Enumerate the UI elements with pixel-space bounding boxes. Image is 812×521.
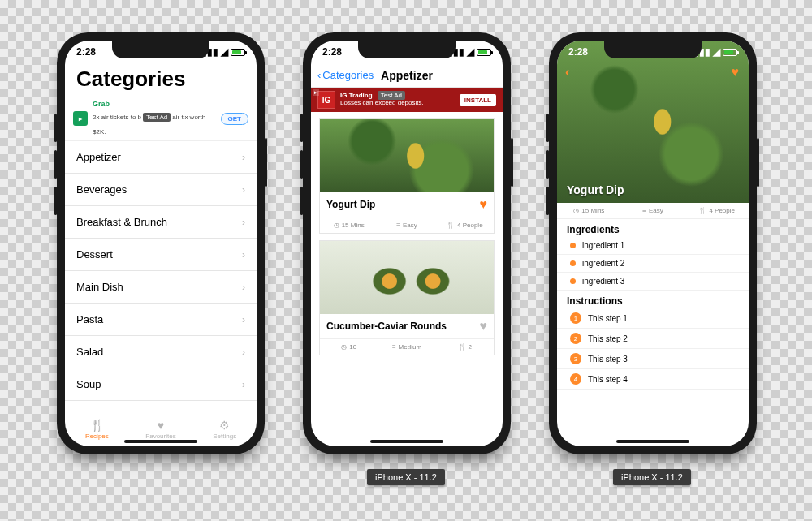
nav-bar: ‹Categories Appetizer <box>311 63 503 88</box>
list-item[interactable]: Soup› <box>65 368 257 401</box>
chevron-right-icon: › <box>242 184 245 196</box>
meta-difficulty: Easy <box>649 207 663 214</box>
list-item[interactable]: Dessert› <box>65 239 257 271</box>
recipes-icon: 🍴 <box>90 419 104 432</box>
ad-brand: Grab <box>93 100 216 108</box>
instruction-text: This step 2 <box>588 334 628 343</box>
clock-icon: ◷ <box>573 207 579 214</box>
screen: 2:28 ▮▮▮ ◢ Categories ▸ Grab 2x air tick… <box>65 41 257 446</box>
list-item[interactable]: Pasta› <box>65 304 257 336</box>
home-indicator[interactable] <box>124 440 197 443</box>
recipe-meta: ◷15 Mins ≡Easy 🍴4 People <box>320 217 494 233</box>
ad-provider-icon: ▸ <box>73 111 88 126</box>
people-icon: 🍴 <box>458 343 466 351</box>
instruction-row: 2This step 2 <box>557 329 749 349</box>
tab-label: Recipes <box>85 433 109 440</box>
heart-icon: ♥ <box>158 419 164 432</box>
list-item-label: Salad <box>76 346 103 358</box>
recipe-meta: ◷10 ≡Medium 🍴2 <box>320 338 494 355</box>
recipe-card[interactable]: Yogurt Dip ♥ ◷15 Mins ≡Easy 🍴4 People <box>319 118 495 234</box>
ingredient-row: ingredient 3 <box>557 273 749 291</box>
battery-icon <box>231 49 245 56</box>
home-indicator[interactable] <box>370 440 443 443</box>
difficulty-icon: ≡ <box>642 207 646 214</box>
chevron-right-icon: › <box>242 217 245 228</box>
instruction-row: 3This step 3 <box>557 349 749 369</box>
gear-icon: ⚙ <box>219 419 230 432</box>
ad-cta-button[interactable]: GET <box>221 113 248 125</box>
ad-banner[interactable]: ▸ Grab 2x air tickets to bTest Adair tix… <box>65 97 257 141</box>
meta-difficulty: Easy <box>403 222 417 229</box>
status-time: 2:28 <box>322 46 342 58</box>
back-button[interactable]: ‹ <box>565 65 569 80</box>
install-button[interactable]: INSTALL <box>460 94 496 106</box>
people-icon: 🍴 <box>698 207 706 214</box>
chevron-right-icon: › <box>242 347 245 358</box>
wifi-icon: ◢ <box>221 46 228 58</box>
nav-title: Appetizer <box>311 69 503 82</box>
recipe-list[interactable]: Yogurt Dip ♥ ◷15 Mins ≡Easy 🍴4 People Cu… <box>311 112 503 446</box>
recipe-card[interactable]: Cucumber-Caviar Rounds ♥ ◷10 ≡Medium 🍴2 <box>319 240 495 355</box>
step-number-icon: 2 <box>570 333 581 344</box>
instructions-header: Instructions <box>557 291 749 308</box>
list-item-label: Soup <box>76 378 101 390</box>
tab-label: Favourites <box>145 433 175 440</box>
ingredient-text: ingredient 3 <box>582 277 624 286</box>
phone-recipe-detail: 2:28 ▮▮▮ ◢ ‹ ♥ Yogurt Dip ◷15 Mins ≡Easy… <box>549 32 757 454</box>
difficulty-icon: ≡ <box>396 222 400 229</box>
bullet-icon <box>570 278 576 284</box>
status-time: 2:28 <box>76 46 96 58</box>
meta-serves: 4 People <box>709 207 735 214</box>
tab-recipes[interactable]: 🍴Recipes <box>65 411 129 446</box>
people-icon: 🍴 <box>447 222 455 229</box>
list-item-label: Breakfast & Brunch <box>76 216 167 228</box>
list-item[interactable]: Salad› <box>65 336 257 368</box>
ad-brand-icon: IG <box>317 91 335 109</box>
notch <box>112 41 209 58</box>
step-number-icon: 1 <box>570 312 581 324</box>
ad-text: 2x air tickets to bTest Adair tix worth … <box>93 114 205 136</box>
list-item[interactable]: Main Dish› <box>65 271 257 304</box>
ingredients-header: Ingredients <box>557 219 749 237</box>
ad-text: IG Trading Test Ad Losses can exceed dep… <box>340 93 455 107</box>
favourite-icon[interactable]: ♥ <box>480 319 488 334</box>
battery-icon <box>477 49 491 56</box>
ingredient-text: ingredient 2 <box>582 259 624 268</box>
favourite-icon[interactable]: ♥ <box>480 197 488 212</box>
list-item-label: Main Dish <box>76 281 123 293</box>
instruction-text: This step 1 <box>588 314 628 323</box>
list-item-label: Dessert <box>76 248 113 260</box>
step-number-icon: 3 <box>570 353 581 364</box>
recipe-meta: ◷15 Mins ≡Easy 🍴4 People <box>557 203 749 219</box>
ingredient-row: ingredient 1 <box>557 237 749 255</box>
chevron-right-icon: › <box>242 152 245 163</box>
phone-recipe-list: 2:28 ▮▮▮ ◢ ‹Categories Appetizer ▸ IG IG… <box>303 32 511 454</box>
category-list[interactable]: Appetizer› Beverages› Breakfast & Brunch… <box>65 141 257 411</box>
bullet-icon <box>570 243 576 248</box>
wifi-icon: ◢ <box>713 46 720 58</box>
page-title: Categories <box>65 63 257 97</box>
bullet-icon <box>570 260 576 266</box>
list-item[interactable]: Breakfast & Brunch› <box>65 206 257 239</box>
list-item[interactable]: Beverages› <box>65 174 257 206</box>
recipe-image <box>320 119 494 192</box>
ad-marker-icon: ▸ <box>313 89 319 96</box>
home-indicator[interactable] <box>616 440 689 443</box>
tab-label: Settings <box>213 433 236 440</box>
ingredient-row: ingredient 2 <box>557 255 749 273</box>
list-item-label: Beverages <box>76 183 127 196</box>
meta-time: 15 Mins <box>342 222 365 229</box>
instruction-text: This step 4 <box>588 375 628 384</box>
difficulty-icon: ≡ <box>392 343 396 351</box>
meta-time: 15 Mins <box>581 207 604 214</box>
tab-settings[interactable]: ⚙Settings <box>192 411 257 446</box>
device-label: iPhone X - 11.2 <box>367 469 445 485</box>
clock-icon: ◷ <box>341 343 347 351</box>
list-item[interactable]: Appetizer› <box>65 141 257 174</box>
chevron-right-icon: › <box>242 282 245 293</box>
battery-icon <box>723 49 737 56</box>
clock-icon: ◷ <box>334 222 339 229</box>
ad-banner[interactable]: ▸ IG IG Trading Test Ad Losses can excee… <box>311 88 503 112</box>
favourite-icon[interactable]: ♥ <box>732 65 740 80</box>
chevron-right-icon: › <box>242 379 245 390</box>
